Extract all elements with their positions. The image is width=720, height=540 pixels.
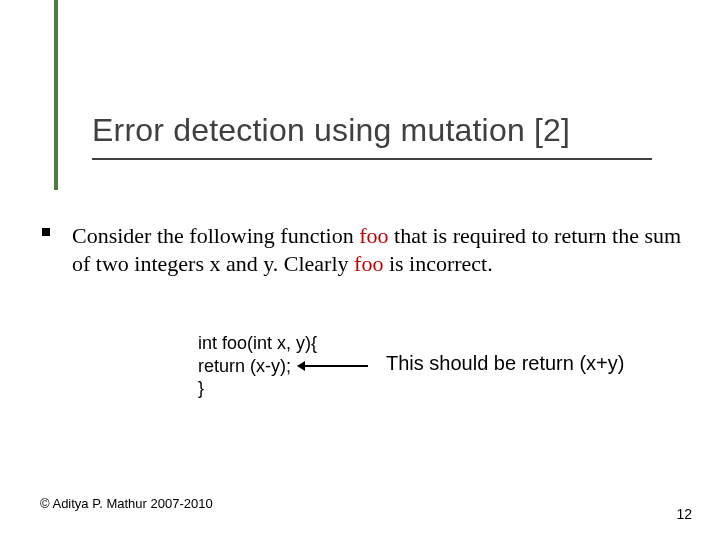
- arrow-icon: [298, 365, 368, 367]
- slide-title: Error detection using mutation [2]: [92, 112, 652, 149]
- body-foo1: foo: [359, 223, 388, 248]
- body-text: Consider the following function foo that…: [72, 222, 682, 277]
- footer-page-number: 12: [676, 506, 692, 522]
- code-line-3: }: [198, 377, 317, 400]
- accent-line: [54, 0, 58, 190]
- body-pre1: Consider the following function: [72, 223, 359, 248]
- code-line-1: int foo(int x, y){: [198, 332, 317, 355]
- bullet-icon: [42, 228, 50, 236]
- body-foo2: foo: [354, 251, 383, 276]
- footer-copyright: © Aditya P. Mathur 2007-2010: [40, 496, 213, 511]
- title-underline: [92, 158, 652, 160]
- bullet-row: Consider the following function foo that…: [42, 222, 682, 277]
- title-wrap: Error detection using mutation [2]: [92, 112, 652, 149]
- body-post1: is incorrect.: [383, 251, 492, 276]
- annotation-note: This should be return (x+y): [386, 352, 624, 375]
- slide: Error detection using mutation [2] Consi…: [0, 0, 720, 540]
